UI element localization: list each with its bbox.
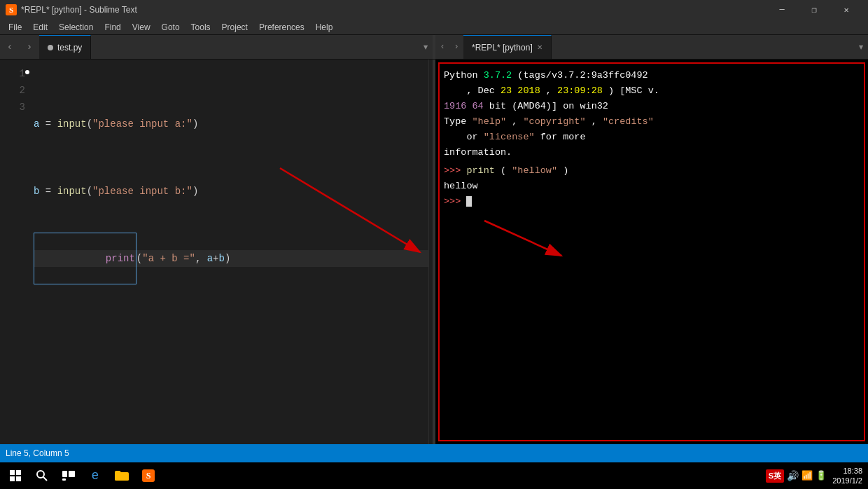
highlight-box: print <box>34 233 136 284</box>
svg-rect-7 <box>16 470 21 475</box>
statusbar: Line 5, Column 5 <box>0 444 868 462</box>
svg-rect-9 <box>16 476 21 481</box>
svg-rect-12 <box>62 471 67 477</box>
menu-view[interactable]: View <box>127 21 156 34</box>
menu-tools[interactable]: Tools <box>186 21 216 34</box>
svg-line-11 <box>43 477 47 481</box>
repl-output-line: hellow <box>444 179 860 194</box>
titlebar: S *REPL* [python] - Sublime Text — ❐ ✕ <box>0 0 868 20</box>
tab-repl[interactable]: *REPL* [python] ✕ <box>463 35 552 59</box>
repl-or-line: or "license" for more <box>444 130 860 145</box>
clock-time: 18:38 <box>832 466 862 476</box>
svg-rect-13 <box>69 471 75 477</box>
tab-nav-next[interactable]: › <box>20 35 39 59</box>
repl-header-2: , Dec 23 2018 , 23:09:28 ) [MSC v. <box>444 83 860 99</box>
menu-selection[interactable]: Selection <box>53 21 99 34</box>
taskbar-left: e S <box>3 462 161 489</box>
titlebar-left: S *REPL* [python] - Sublime Text <box>6 4 137 15</box>
status-position: Line 5, Column 5 <box>6 448 69 458</box>
repl-content: Python 3.7.2 (tags/v3.7.2:9a3ffc0492 , D… <box>435 60 868 444</box>
repl-tab-label: *REPL* [python] <box>472 43 533 53</box>
menu-help[interactable]: Help <box>310 21 339 34</box>
repl-tab-close[interactable]: ✕ <box>537 43 542 51</box>
repl-cmd-line: >>> print ( "hellow" ) <box>444 163 860 179</box>
modified-indicator <box>48 45 53 50</box>
tab-testpy-label: test.py <box>57 43 82 53</box>
menubar: File Edit Selection Find View Goto Tools… <box>0 20 868 35</box>
network-icon[interactable]: 📶 <box>802 470 813 481</box>
ime-indicator-s[interactable]: S英 <box>766 469 784 483</box>
start-button[interactable] <box>3 462 28 489</box>
search-button[interactable] <box>29 462 55 489</box>
edge-icon[interactable]: e <box>83 462 108 489</box>
menu-file[interactable]: File <box>3 21 27 34</box>
titlebar-title: *REPL* [python] - Sublime Text <box>21 5 137 15</box>
code-line-1: a = input ( "please input a:" ) <box>34 116 433 132</box>
titlebar-controls: — ❐ ✕ <box>766 0 862 20</box>
repl-prompt-line: >>> <box>444 194 860 209</box>
menu-edit[interactable]: Edit <box>27 21 53 34</box>
tab-nav-prev[interactable]: ‹ <box>0 35 20 59</box>
svg-point-10 <box>37 471 44 478</box>
taskview-button[interactable] <box>56 462 81 489</box>
repl-info-line: information. <box>444 145 860 160</box>
svg-line-5 <box>484 221 561 256</box>
svg-text:S: S <box>9 6 13 14</box>
menu-project[interactable]: Project <box>216 21 253 34</box>
code-var-a: a <box>34 116 39 132</box>
code-line-2: b = input ( "please input b:" ) <box>34 183 433 200</box>
svg-text:S: S <box>146 471 151 481</box>
battery-icon[interactable]: 🔋 <box>816 470 827 481</box>
taskbar-clock[interactable]: 18:38 2019/1/2 <box>830 466 865 485</box>
line-numbers: 1 2 3 <box>0 65 34 444</box>
cursor <box>466 196 472 207</box>
editor-panel: 1 2 3 a = input ( "please input a:" ) b <box>0 60 433 444</box>
file-explorer-icon[interactable] <box>109 462 134 489</box>
taskbar: e S S英 🔊 📶 🔋 18:38 2019/1/2 <box>0 462 868 489</box>
taskbar-right: S英 🔊 📶 🔋 18:38 2019/1/2 <box>766 466 865 485</box>
svg-rect-6 <box>10 470 15 475</box>
repl-tab-nav-next[interactable]: › <box>449 35 463 59</box>
menu-find[interactable]: Find <box>99 21 126 34</box>
repl-panel[interactable]: Python 3.7.2 (tags/v3.7.2:9a3ffc0492 , D… <box>435 60 868 444</box>
repl-output: Python 3.7.2 (tags/v3.7.2:9a3ffc0492 , D… <box>438 65 865 212</box>
repl-type-line: Type "help" , "copyright" , "credits" <box>444 114 860 130</box>
tray-icon-1[interactable]: 🔊 <box>787 470 799 482</box>
sublimetext-taskbar-icon[interactable]: S <box>136 462 161 489</box>
editor-content[interactable]: 1 2 3 a = input ( "please input a:" ) b <box>0 60 433 444</box>
repl-header-3: 1916 64 bit (AMD64)] on win32 <box>444 99 860 114</box>
editor-minimap <box>428 60 433 444</box>
tab-testpy[interactable]: test.py <box>39 35 91 59</box>
repl-tab-dropdown[interactable]: ▾ <box>854 35 868 59</box>
maximize-button[interactable]: ❐ <box>798 0 830 20</box>
repl-tab-nav-prev[interactable]: ‹ <box>435 35 449 59</box>
current-line-dot <box>25 70 29 74</box>
app-icon: S <box>6 4 17 15</box>
svg-rect-14 <box>62 478 66 481</box>
close-button[interactable]: ✕ <box>830 0 862 20</box>
menu-goto[interactable]: Goto <box>156 21 186 34</box>
systray: S英 🔊 📶 🔋 <box>766 469 827 483</box>
code-line-3: print ( "a + b =" , a + b ) <box>34 250 433 267</box>
clock-date: 2019/1/2 <box>832 476 862 485</box>
repl-header-1: Python 3.7.2 (tags/v3.7.2:9a3ffc0492 <box>444 68 860 83</box>
repl-annotation-arrow <box>477 214 617 284</box>
tab-dropdown-btn[interactable]: ▾ <box>419 35 433 59</box>
menu-preferences[interactable]: Preferences <box>253 21 310 34</box>
code-area[interactable]: a = input ( "please input a:" ) b = inpu… <box>34 65 433 444</box>
svg-rect-8 <box>10 476 15 481</box>
minimize-button[interactable]: — <box>766 0 798 20</box>
